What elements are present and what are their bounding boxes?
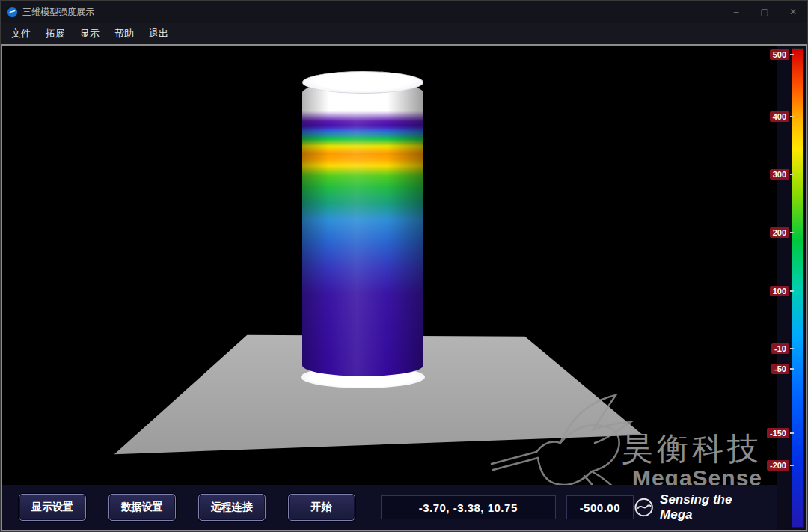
maximize-button[interactable]: ▢ bbox=[750, 1, 779, 23]
company-watermark: 昊衡科技 MegaSense bbox=[622, 432, 762, 491]
app-window: 三维模型强度展示 – ▢ ✕ 文件 拓展 显示 帮助 退出 bbox=[0, 0, 808, 532]
start-button[interactable]: 开始 bbox=[288, 494, 355, 521]
minimize-button[interactable]: – bbox=[722, 1, 750, 23]
hummingbird-watermark-icon bbox=[487, 386, 644, 498]
3d-viewport[interactable]: 昊衡科技 MegaSense 显示设置 数据设置 远程连接 开始 -3.70, … bbox=[2, 46, 777, 530]
title-bar: 三维模型强度展示 – ▢ ✕ bbox=[1, 1, 807, 23]
menu-extend[interactable]: 拓展 bbox=[38, 23, 73, 44]
brand-logo-row: Sensing the Mega bbox=[634, 492, 768, 522]
remote-connect-button[interactable]: 远程连接 bbox=[198, 494, 266, 521]
menu-exit[interactable]: 退出 bbox=[141, 23, 176, 44]
close-button[interactable]: ✕ bbox=[779, 1, 807, 23]
content-area: 昊衡科技 MegaSense 显示设置 数据设置 远程连接 开始 -3.70, … bbox=[1, 44, 807, 531]
app-logo-icon bbox=[7, 7, 18, 18]
menu-display[interactable]: 显示 bbox=[73, 23, 107, 44]
color-scale-panel: 500 400 300 200 100 -10 -50 -150 -200 bbox=[777, 46, 806, 530]
colorbar-gradient bbox=[792, 48, 804, 528]
cylinder-top-cap bbox=[302, 71, 423, 94]
cylinder-shading bbox=[302, 82, 423, 376]
menu-bar: 文件 拓展 显示 帮助 退出 bbox=[1, 23, 807, 44]
window-controls: – ▢ ✕ bbox=[722, 1, 807, 23]
scale-value-readout: -500.00 bbox=[566, 495, 634, 519]
brand-tagline: Sensing the Mega bbox=[660, 492, 765, 522]
coordinate-readout: -3.70, -3.38, 10.75 bbox=[381, 495, 556, 519]
menu-file[interactable]: 文件 bbox=[4, 23, 38, 44]
window-title: 三维模型强度展示 bbox=[22, 6, 94, 19]
display-settings-button[interactable]: 显示设置 bbox=[19, 494, 86, 521]
company-name-cn: 昊衡科技 bbox=[622, 432, 762, 465]
menu-help[interactable]: 帮助 bbox=[107, 23, 141, 44]
control-bar: 显示设置 数据设置 远程连接 开始 -3.70, -3.38, 10.75 -5… bbox=[2, 485, 777, 530]
data-settings-button[interactable]: 数据设置 bbox=[108, 494, 176, 521]
megasense-logo-icon bbox=[634, 497, 654, 518]
